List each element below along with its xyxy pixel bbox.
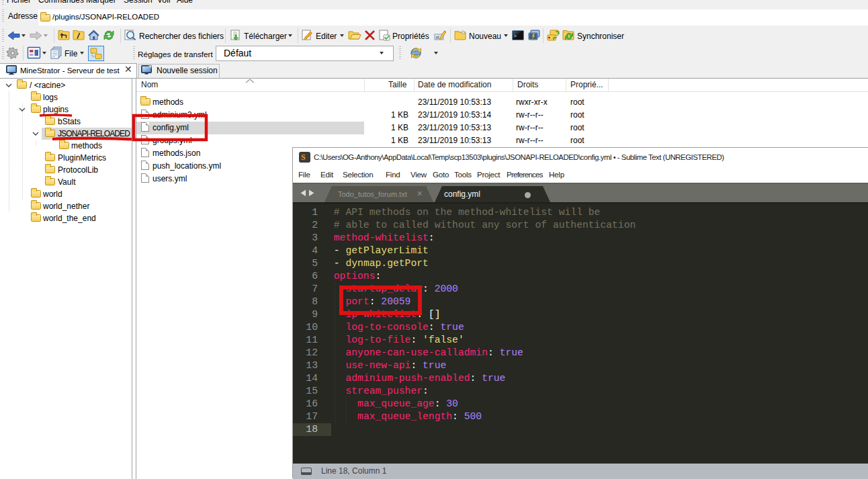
svg-text:xl: xl bbox=[436, 35, 440, 40]
svg-text:>: > bbox=[514, 33, 517, 39]
